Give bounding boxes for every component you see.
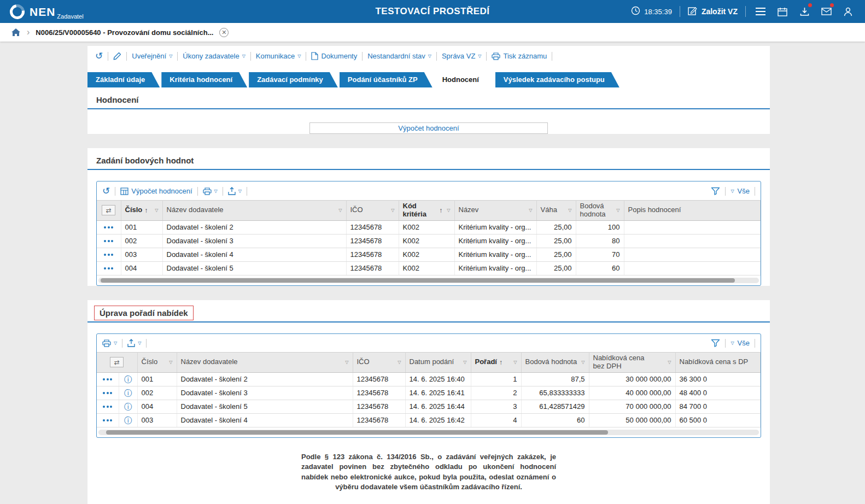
cell-popis: [624, 261, 761, 275]
col-header-popis-hodnoceni[interactable]: Popis hodnocení: [624, 201, 761, 221]
menu-dokumenty[interactable]: Dokumenty: [311, 52, 357, 60]
menu-nestandardni-stav[interactable]: Nestandardní stav▽: [367, 52, 431, 60]
filter-caret-icon[interactable]: ▽: [169, 360, 172, 365]
filter-caret-icon[interactable]: ▽: [529, 208, 532, 213]
filter-caret-icon[interactable]: ▽: [568, 208, 571, 213]
col-header-vaha[interactable]: Váha▽: [536, 201, 576, 221]
filter-caret-icon[interactable]: ▽: [616, 208, 619, 213]
filter-caret-icon[interactable]: ▽: [513, 360, 517, 365]
hamburger-menu-icon[interactable]: [753, 4, 768, 19]
breadcrumb: › N006/25/V00005640 - Provozování domu s…: [0, 23, 865, 42]
undo-icon[interactable]: ↺: [102, 186, 110, 196]
record-section: ↺ Uveřejnění▽ Úkony zadavatele▽ Komunika…: [87, 46, 770, 134]
menu-ukony-zadavatele[interactable]: Úkony zadavatele▽: [183, 52, 246, 60]
filter-caret-icon[interactable]: ▽: [398, 360, 401, 365]
col-header-cena-s-dph[interactable]: Nabídková cena s DP: [675, 352, 761, 372]
vse-filter-link[interactable]: ▽Vše: [730, 339, 750, 347]
filter-caret-icon[interactable]: ▽: [338, 208, 342, 213]
vypocet-hodnoceni-button[interactable]: Výpočet hodnocení: [309, 122, 548, 134]
table-row[interactable]: 001 Dodavatel - školení 2 12345678 K002 …: [97, 220, 761, 234]
col-header-cislo[interactable]: Číslo▽: [137, 352, 177, 372]
edit-pencil-icon[interactable]: [113, 52, 121, 60]
export-button[interactable]: ▽: [228, 187, 242, 195]
section-title-bodove: Zadání bodových hodnot: [87, 148, 770, 169]
print-button[interactable]: ▽: [102, 339, 117, 347]
col-header-ico[interactable]: IČO▽: [353, 352, 405, 372]
table-row[interactable]: ⓘ 002 Dodavatel - školení 3 12345678 14.…: [97, 386, 761, 400]
col-header-nazev-dodavatele[interactable]: Název dodavatele▽: [162, 201, 346, 221]
filter-caret-icon[interactable]: ▽: [668, 360, 671, 365]
vse-filter-link[interactable]: ▽Vše: [730, 187, 750, 195]
col-header-nazev[interactable]: Název▽: [454, 201, 536, 221]
col-header-kod-kriteria[interactable]: Kód kritéria↑▽: [399, 201, 454, 221]
toolbar-separator: [177, 52, 178, 61]
document-icon: [311, 52, 318, 60]
menu-komunikace[interactable]: Komunikace▽: [256, 52, 301, 60]
column-settings-icon[interactable]: ⇄: [110, 357, 124, 367]
nen-home-link[interactable]: NEN Zadavatel: [10, 4, 84, 19]
menu-uverejneni[interactable]: Uveřejnění▽: [132, 52, 172, 60]
filter-caret-icon[interactable]: ▽: [447, 208, 450, 213]
filter-icon[interactable]: [711, 339, 720, 347]
tab-kriteria-hodnoceni[interactable]: Kritéria hodnocení: [161, 72, 247, 87]
print-button[interactable]: ▽: [203, 187, 218, 195]
col-header-poradi[interactable]: Pořadí↑▽: [471, 352, 521, 372]
col-header-nazev-dodavatele[interactable]: Název dodavatele▽: [177, 352, 353, 372]
col-header-datum-podani[interactable]: Datum podání▽: [405, 352, 471, 372]
filter-icon[interactable]: [711, 187, 720, 195]
tab-zadavaci-podminky[interactable]: Zadávací podmínky: [249, 72, 338, 87]
filter-caret-icon[interactable]: ▽: [345, 360, 348, 365]
info-icon[interactable]: ⓘ: [123, 417, 133, 424]
row-actions-icon[interactable]: [101, 250, 117, 260]
row-actions-icon[interactable]: [101, 222, 117, 232]
menu-sprava-vz[interactable]: Správa VZ▽: [442, 52, 482, 60]
user-icon[interactable]: [841, 4, 855, 19]
download-icon[interactable]: [797, 4, 811, 19]
menu-tisk-zaznamu[interactable]: Tisk záznamu: [492, 52, 547, 60]
tab-podani-ucastniku[interactable]: Podání účastníků ZP: [340, 72, 432, 87]
horizontal-scrollbar[interactable]: [98, 278, 759, 283]
table-row[interactable]: 004 Dodavatel - školení 5 12345678 K002 …: [97, 261, 761, 275]
row-actions-icon[interactable]: [101, 402, 115, 412]
col-header-cena-bez-dph[interactable]: Nabídková cena bez DPH▽: [589, 352, 675, 372]
share-icon: [127, 339, 135, 347]
table-row[interactable]: 002 Dodavatel - školení 3 12345678 K002 …: [97, 234, 761, 248]
row-actions-icon[interactable]: [101, 263, 117, 273]
create-vz-button[interactable]: Založit VZ: [688, 6, 738, 17]
col-header-ico[interactable]: IČO▽: [346, 201, 399, 221]
toolbar-separator: [362, 52, 363, 61]
undo-icon[interactable]: ↺: [95, 51, 103, 61]
info-icon[interactable]: ⓘ: [123, 376, 133, 383]
breadcrumb-current-item[interactable]: N006/25/V00005640 - Provozování domu soc…: [36, 28, 213, 37]
close-icon[interactable]: ✕: [219, 28, 229, 37]
tab-zakladni-udaje[interactable]: Základní údaje: [87, 72, 160, 87]
scrollbar-thumb[interactable]: [101, 278, 735, 283]
table-row[interactable]: 003 Dodavatel - školení 4 12345678 K002 …: [97, 248, 761, 261]
row-actions-icon[interactable]: [101, 236, 117, 246]
row-actions-icon[interactable]: [101, 415, 115, 425]
scrollbar-thumb[interactable]: [106, 430, 608, 435]
home-icon[interactable]: [11, 28, 21, 37]
mail-icon[interactable]: [819, 4, 833, 19]
col-header-cislo[interactable]: Číslo↑▽: [121, 201, 162, 221]
table-row[interactable]: ⓘ 003 Dodavatel - školení 4 12345678 14.…: [97, 413, 761, 427]
row-actions-icon[interactable]: [101, 388, 115, 398]
table-row[interactable]: ⓘ 001 Dodavatel - školení 2 12345678 14.…: [97, 372, 761, 386]
table-row[interactable]: ⓘ 004 Dodavatel - školení 5 12345678 14.…: [97, 400, 761, 413]
col-header-bodova-hodnota[interactable]: Bodová hodnota▽: [576, 201, 624, 221]
row-actions-icon[interactable]: [101, 374, 115, 384]
col-header-bodova-hodnota[interactable]: Bodová hodnota▽: [521, 352, 589, 372]
export-button[interactable]: ▽: [127, 339, 141, 347]
tab-vysledek[interactable]: Výsledek zadávacího postupu: [495, 72, 619, 87]
filter-caret-icon[interactable]: ▽: [581, 360, 585, 365]
filter-caret-icon[interactable]: ▽: [463, 360, 466, 365]
horizontal-scrollbar[interactable]: [98, 430, 759, 435]
info-icon[interactable]: ⓘ: [123, 403, 133, 411]
filter-caret-icon[interactable]: ▽: [155, 208, 158, 213]
vypocet-hodnoceni-link[interactable]: Výpočet hodnocení: [120, 187, 192, 195]
column-settings-icon[interactable]: ⇄: [102, 205, 115, 215]
tab-hodnoceni[interactable]: Hodnocení: [434, 72, 494, 87]
info-icon[interactable]: ⓘ: [123, 389, 133, 397]
calendar-icon[interactable]: [775, 4, 790, 19]
filter-caret-icon[interactable]: ▽: [391, 208, 394, 213]
